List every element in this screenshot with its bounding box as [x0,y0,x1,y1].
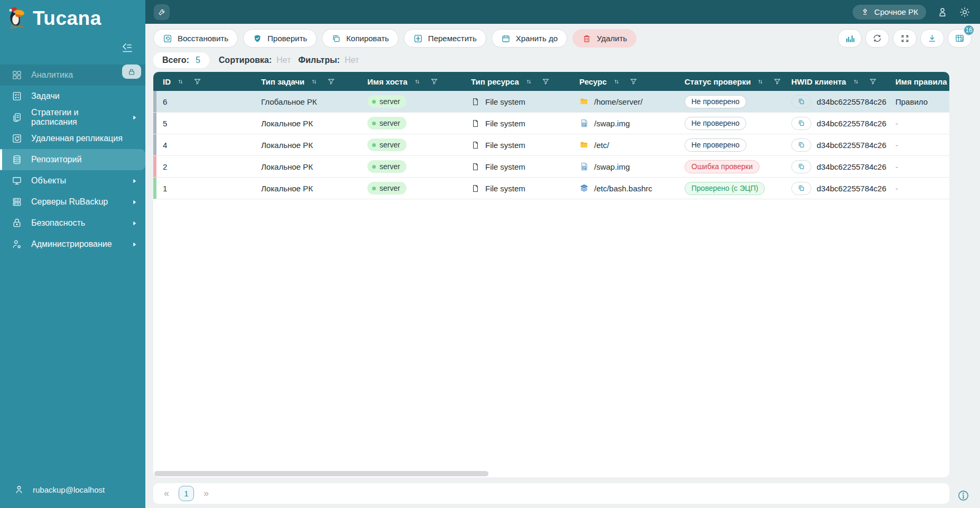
copy-hwid-button[interactable] [791,95,811,108]
first-page-button[interactable]: « [161,488,172,499]
fullscreen-button[interactable] [893,29,917,48]
last-page-button[interactable]: » [200,488,212,499]
collapse-sidebar-button[interactable] [121,41,134,54]
verify-button[interactable]: Проверить [243,29,317,48]
copy-hwid-button[interactable] [791,182,811,195]
current-user[interactable]: rubackup@localhost [0,477,145,502]
copy-label: Копировать [346,34,389,43]
cell-hwid: d34bc62255784c26 [785,156,889,177]
cell-hwid: d34bc62255784c26 [785,91,889,112]
copy-hwid-button[interactable] [791,160,811,173]
view-buttons: 16 [838,29,972,48]
columns-button[interactable]: 16 [948,29,972,48]
sort-icon[interactable] [852,78,860,86]
host-badge: server [367,182,406,195]
column-header-check-status[interactable]: Статус проверки [678,72,785,91]
sort-icon[interactable] [177,78,184,86]
column-header-rule-name[interactable]: Имя правила [889,72,949,91]
restore-button[interactable]: Восстановить [153,29,238,48]
sidebar-item-administration[interactable]: Администрирование [0,234,145,255]
cell-id: 5 [156,113,255,134]
page-1-button[interactable]: 1 [179,486,194,501]
total-value: 5 [196,56,200,65]
resource-icon [579,183,589,193]
column-header-host[interactable]: Имя хоста [361,72,465,91]
sort-status: Сортировка: Нет [219,56,291,65]
urgent-backup-button[interactable]: Срочное РК [853,5,926,20]
sidebar-item-rubackup-servers[interactable]: Серверы RuBackup [0,191,145,213]
table-row[interactable]: 6 Глобальное РК server File system /home… [153,91,949,113]
sort-icon[interactable] [756,78,764,86]
table-row[interactable]: 2 Локальное РК server File system /swap.… [153,156,949,178]
copy-button[interactable]: Копировать [322,29,399,48]
keep-until-button[interactable]: Хранить до [492,29,567,48]
total-label: Всего: [162,56,189,65]
move-button[interactable]: Переместить [404,29,486,48]
documents-icon [12,112,22,123]
copy-hwid-button[interactable] [791,138,811,152]
columns-badge: 16 [963,24,975,36]
resource-icon [579,118,589,128]
sidebar-item-label: Удаленная репликация [31,134,123,143]
stats-bar: Всего: 5 Сортировка: Нет Фильтры: Нет [153,52,972,68]
host-badge: server [367,160,406,173]
chevron-right-icon [131,220,138,227]
column-header-id[interactable]: ID [156,72,255,91]
refresh-button[interactable] [865,29,889,48]
chevron-right-icon [131,199,138,206]
filter-icon[interactable] [327,78,335,86]
lock-icon [122,64,141,79]
cell-resource-type: File system [465,178,573,199]
document-icon [471,119,480,128]
chart-button[interactable] [838,29,862,48]
filter-icon[interactable] [430,78,438,86]
sidebar-item-remote-replication[interactable]: Удаленная репликация [0,128,145,149]
profile-button[interactable] [937,6,948,18]
cell-task-type: Локальное РК [255,156,361,177]
refresh-icon [872,33,882,43]
sort-icon[interactable] [613,78,621,86]
grid-icon [12,70,22,80]
cell-resource-type: File system [465,113,573,134]
filter-icon[interactable] [193,78,201,86]
info-button[interactable] [957,489,969,502]
restore-label: Восстановить [178,34,228,43]
filter-icon[interactable] [869,78,877,86]
sort-icon[interactable] [525,78,533,86]
sidebar-item-security[interactable]: Безопасность [0,213,145,234]
filter-icon[interactable] [773,78,781,86]
toucan-logo-icon [5,5,27,32]
column-header-hwid[interactable]: HWID клиента [785,72,889,91]
delete-button[interactable]: Удалить [572,29,636,48]
sort-icon[interactable] [310,78,318,86]
table-body: 6 Глобальное РК server File system /home… [153,91,949,199]
column-header-resource[interactable]: Ресурс [573,72,678,91]
table-row[interactable]: 4 Локальное РК server File system /etc/ … [153,134,949,156]
keep-until-label: Хранить до [516,34,558,43]
sidebar-item-analytics[interactable]: Аналитика [0,64,145,86]
resource-icon [579,162,589,171]
monitor-icon [12,176,22,186]
sidebar-item-objects[interactable]: Объекты [0,170,145,191]
download-button[interactable] [920,29,944,48]
tools-button[interactable] [154,4,170,20]
cell-rule-name: Правило [889,91,949,112]
table-row[interactable]: 5 Локальное РК server File system /swap.… [153,113,949,134]
host-badge: server [367,117,406,130]
upload-icon [861,7,870,16]
filter-icon[interactable] [630,78,637,86]
sort-icon[interactable] [413,78,421,86]
sidebar-item-tasks[interactable]: Задачи [0,86,145,107]
sidebar-item-repository[interactable]: Репозиторий [0,149,145,170]
settings-button[interactable] [959,6,970,18]
copy-hwid-button[interactable] [791,117,811,130]
cell-host: server [361,91,465,112]
move-icon [413,34,423,43]
scrollbar-thumb[interactable] [154,471,488,476]
column-header-task-type[interactable]: Тип задачи [255,72,361,91]
sidebar-item-strategies[interactable]: Стратегии и расписания [0,107,145,128]
column-header-resource-type[interactable]: Тип ресурса [465,72,573,91]
filter-icon[interactable] [542,78,550,86]
horizontal-scrollbar[interactable] [154,471,949,476]
table-row[interactable]: 1 Локальное РК server File system /etc/b… [153,178,949,199]
